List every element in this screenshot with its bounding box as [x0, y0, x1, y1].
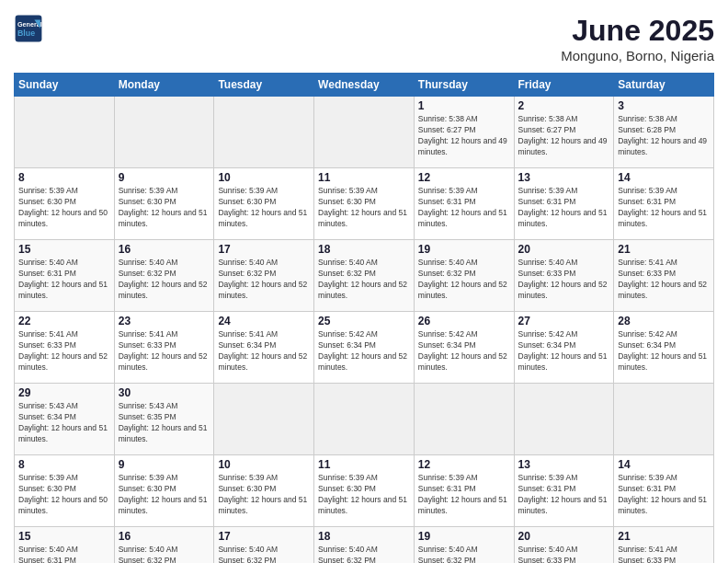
calendar-day-17: 17Sunrise: 5:40 AMSunset: 6:32 PMDayligh…	[214, 240, 314, 312]
calendar-week-1: 8Sunrise: 5:39 AMSunset: 6:30 PMDaylight…	[15, 168, 714, 240]
day-number: 27	[518, 315, 610, 327]
calendar-day-12: 12Sunrise: 5:39 AMSunset: 6:31 PMDayligh…	[414, 168, 514, 240]
day-number: 8	[18, 458, 110, 471]
calendar-table: SundayMondayTuesdayWednesdayThursdayFrid…	[14, 73, 714, 563]
calendar-day-14: 14Sunrise: 5:39 AMSunset: 6:31 PMDayligh…	[614, 168, 714, 240]
calendar-week-0: 1Sunrise: 5:38 AMSunset: 6:27 PMDaylight…	[15, 97, 714, 168]
day-info: Sunrise: 5:39 AMSunset: 6:31 PMDaylight:…	[518, 186, 610, 230]
day-number: 8	[18, 171, 110, 184]
calendar-day-28: 28Sunrise: 5:42 AMSunset: 6:34 PMDayligh…	[614, 312, 714, 384]
day-number: 2	[518, 99, 610, 112]
weekday-header-saturday: Saturday	[614, 74, 714, 97]
day-number: 30	[119, 386, 210, 399]
calendar-week-3: 22Sunrise: 5:41 AMSunset: 6:33 PMDayligh…	[15, 312, 714, 384]
calendar-day-empty	[214, 97, 314, 168]
day-number: 20	[518, 243, 610, 256]
weekday-header-tuesday: Tuesday	[214, 74, 314, 97]
weekday-header-monday: Monday	[114, 74, 214, 97]
calendar-day-17: 17Sunrise: 5:40 AMSunset: 6:32 PMDayligh…	[214, 527, 314, 564]
calendar-week-2: 15Sunrise: 5:40 AMSunset: 6:31 PMDayligh…	[15, 527, 714, 564]
day-number: 14	[618, 458, 710, 471]
day-info: Sunrise: 5:40 AMSunset: 6:31 PMDaylight:…	[18, 258, 110, 302]
calendar-day-11: 11Sunrise: 5:39 AMSunset: 6:30 PMDayligh…	[314, 168, 415, 240]
logo: General Blue	[14, 14, 43, 43]
day-number: 28	[618, 315, 710, 327]
day-info: Sunrise: 5:43 AMSunset: 6:35 PMDaylight:…	[119, 401, 210, 445]
calendar-day-3: 3Sunrise: 5:38 AMSunset: 6:28 PMDaylight…	[614, 97, 714, 168]
day-number: 25	[318, 315, 410, 327]
calendar-day-8: 8Sunrise: 5:39 AMSunset: 6:30 PMDaylight…	[15, 168, 115, 240]
calendar-day-20: 20Sunrise: 5:40 AMSunset: 6:33 PMDayligh…	[514, 240, 614, 312]
day-info: Sunrise: 5:38 AMSunset: 6:27 PMDaylight:…	[518, 114, 610, 158]
day-number: 13	[518, 171, 610, 184]
calendar-day-16: 16Sunrise: 5:40 AMSunset: 6:32 PMDayligh…	[114, 527, 214, 564]
calendar-week-2: 15Sunrise: 5:40 AMSunset: 6:31 PMDayligh…	[15, 240, 714, 312]
day-number: 21	[618, 243, 710, 256]
calendar-day-14: 14Sunrise: 5:39 AMSunset: 6:31 PMDayligh…	[614, 455, 714, 527]
day-info: Sunrise: 5:39 AMSunset: 6:30 PMDaylight:…	[218, 473, 310, 517]
day-info: Sunrise: 5:38 AMSunset: 6:28 PMDaylight:…	[618, 114, 710, 158]
calendar-day-empty	[15, 97, 115, 168]
calendar-day-1: 1Sunrise: 5:38 AMSunset: 6:27 PMDaylight…	[414, 97, 514, 168]
calendar-week-1: 8Sunrise: 5:39 AMSunset: 6:30 PMDaylight…	[15, 455, 714, 527]
day-info: Sunrise: 5:40 AMSunset: 6:33 PMDaylight:…	[518, 258, 610, 302]
calendar-day-23: 23Sunrise: 5:41 AMSunset: 6:33 PMDayligh…	[114, 312, 214, 384]
day-info: Sunrise: 5:39 AMSunset: 6:31 PMDaylight:…	[618, 186, 710, 230]
weekday-header-sunday: Sunday	[15, 74, 115, 97]
calendar-day-18: 18Sunrise: 5:40 AMSunset: 6:32 PMDayligh…	[314, 527, 415, 564]
day-number: 19	[418, 530, 510, 543]
day-number: 20	[518, 530, 610, 543]
day-info: Sunrise: 5:39 AMSunset: 6:31 PMDaylight:…	[518, 473, 610, 517]
day-number: 22	[18, 315, 110, 327]
day-info: Sunrise: 5:40 AMSunset: 6:32 PMDaylight:…	[318, 545, 410, 563]
calendar-subtitle: Monguno, Borno, Nigeria	[561, 48, 714, 63]
day-number: 10	[218, 458, 310, 471]
day-info: Sunrise: 5:41 AMSunset: 6:34 PMDaylight:…	[218, 329, 310, 373]
day-number: 16	[119, 530, 210, 543]
calendar-day-2: 2Sunrise: 5:38 AMSunset: 6:27 PMDaylight…	[514, 97, 614, 168]
day-info: Sunrise: 5:42 AMSunset: 6:34 PMDaylight:…	[418, 329, 510, 373]
calendar-day-30: 30Sunrise: 5:43 AMSunset: 6:35 PMDayligh…	[114, 384, 214, 455]
calendar-day-9: 9Sunrise: 5:39 AMSunset: 6:30 PMDaylight…	[114, 455, 214, 527]
calendar-week-4: 29Sunrise: 5:43 AMSunset: 6:34 PMDayligh…	[15, 384, 714, 455]
day-info: Sunrise: 5:41 AMSunset: 6:33 PMDaylight:…	[618, 545, 710, 563]
day-info: Sunrise: 5:40 AMSunset: 6:32 PMDaylight:…	[418, 545, 510, 563]
day-info: Sunrise: 5:42 AMSunset: 6:34 PMDaylight:…	[518, 329, 610, 373]
day-number: 18	[318, 530, 410, 543]
calendar-day-empty	[314, 97, 415, 168]
calendar-day-empty	[614, 384, 714, 455]
calendar-day-16: 16Sunrise: 5:40 AMSunset: 6:32 PMDayligh…	[114, 240, 214, 312]
calendar-day-29: 29Sunrise: 5:43 AMSunset: 6:34 PMDayligh…	[15, 384, 115, 455]
page: General Blue June 2025 Monguno, Borno, N…	[0, 0, 728, 563]
day-number: 23	[119, 315, 210, 327]
day-number: 12	[418, 171, 510, 184]
day-number: 16	[119, 243, 210, 256]
day-number: 24	[218, 315, 310, 327]
weekday-header-wednesday: Wednesday	[314, 74, 415, 97]
day-info: Sunrise: 5:39 AMSunset: 6:30 PMDaylight:…	[318, 186, 410, 230]
calendar-day-19: 19Sunrise: 5:40 AMSunset: 6:32 PMDayligh…	[414, 240, 514, 312]
calendar-day-empty	[214, 384, 314, 455]
calendar-day-26: 26Sunrise: 5:42 AMSunset: 6:34 PMDayligh…	[414, 312, 514, 384]
day-info: Sunrise: 5:40 AMSunset: 6:32 PMDaylight:…	[418, 258, 510, 302]
day-number: 9	[119, 171, 210, 184]
calendar-day-empty	[114, 97, 214, 168]
day-info: Sunrise: 5:40 AMSunset: 6:32 PMDaylight:…	[318, 258, 410, 302]
day-number: 14	[618, 171, 710, 184]
day-info: Sunrise: 5:40 AMSunset: 6:32 PMDaylight:…	[119, 545, 210, 563]
calendar-day-21: 21Sunrise: 5:41 AMSunset: 6:33 PMDayligh…	[614, 240, 714, 312]
day-info: Sunrise: 5:39 AMSunset: 6:30 PMDaylight:…	[318, 473, 410, 517]
day-info: Sunrise: 5:41 AMSunset: 6:33 PMDaylight:…	[18, 329, 110, 373]
calendar-day-15: 15Sunrise: 5:40 AMSunset: 6:31 PMDayligh…	[15, 240, 115, 312]
calendar-day-10: 10Sunrise: 5:39 AMSunset: 6:30 PMDayligh…	[214, 455, 314, 527]
day-info: Sunrise: 5:40 AMSunset: 6:32 PMDaylight:…	[218, 545, 310, 563]
day-number: 11	[318, 458, 410, 471]
header: General Blue June 2025 Monguno, Borno, N…	[14, 14, 714, 63]
day-info: Sunrise: 5:41 AMSunset: 6:33 PMDaylight:…	[119, 329, 210, 373]
day-info: Sunrise: 5:40 AMSunset: 6:31 PMDaylight:…	[18, 545, 110, 563]
calendar-day-20: 20Sunrise: 5:40 AMSunset: 6:33 PMDayligh…	[514, 527, 614, 564]
calendar-day-21: 21Sunrise: 5:41 AMSunset: 6:33 PMDayligh…	[614, 527, 714, 564]
day-info: Sunrise: 5:39 AMSunset: 6:31 PMDaylight:…	[418, 473, 510, 517]
weekday-header-friday: Friday	[514, 74, 614, 97]
day-number: 3	[618, 99, 710, 112]
